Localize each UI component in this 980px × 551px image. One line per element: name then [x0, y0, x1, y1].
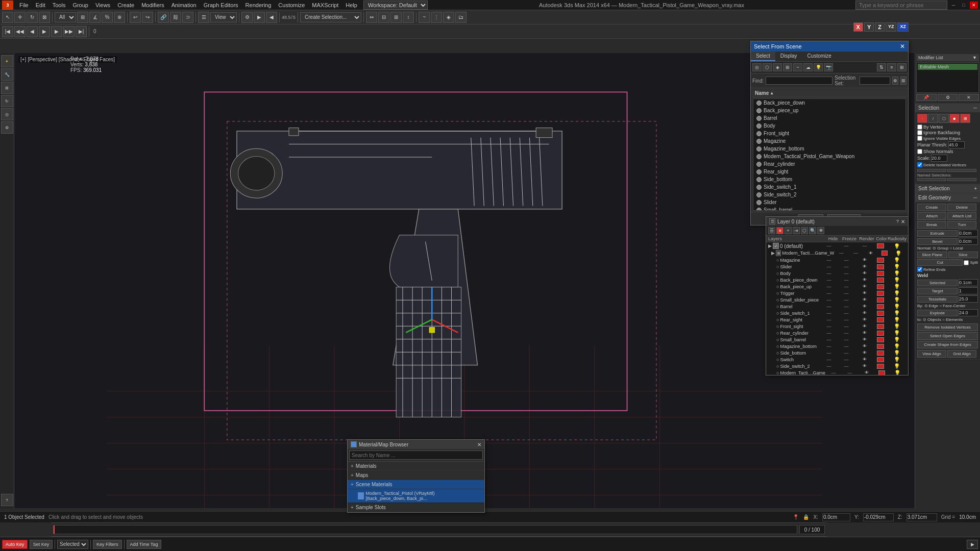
snap-btn[interactable]: ⊞	[77, 12, 88, 23]
set-key-btn[interactable]: Set Key	[30, 540, 53, 549]
menu-maxscript[interactable]: MAXScript	[309, 1, 341, 9]
render-setup-btn[interactable]: ⚙	[241, 12, 253, 23]
sidebar-create[interactable]: ✦	[1, 55, 13, 67]
subobj-edge[interactable]: /	[928, 114, 938, 123]
stack-pin-btn[interactable]: 📌	[916, 94, 937, 101]
x-coord-input[interactable]	[822, 513, 850, 521]
scene-icon8[interactable]: 📷	[824, 63, 833, 71]
ignore-visible-checkbox[interactable]	[917, 136, 922, 141]
list-item[interactable]: Body	[753, 122, 905, 130]
layer-item[interactable]: ○ Switch — — 👁 💡	[766, 356, 908, 363]
layer-item[interactable]: ○ Side_switch_1 — — 👁 💡	[766, 310, 908, 316]
scene-icon7[interactable]: 💡	[814, 63, 823, 71]
hierarchy-btn[interactable]: ⊞	[390, 12, 402, 23]
align-btn[interactable]: ⊟	[378, 12, 389, 23]
ignore-backfacing-checkbox[interactable]	[917, 130, 922, 135]
menu-tools[interactable]: Tools	[50, 1, 69, 9]
workspace-selector[interactable]: Workspace: Default	[363, 1, 428, 10]
show-normals-checkbox[interactable]	[917, 149, 922, 154]
list-item[interactable]: Side_switch_2	[753, 191, 905, 198]
weld-target-button[interactable]: Target	[917, 288, 958, 294]
mirror-btn[interactable]: ⇔	[366, 12, 377, 23]
angle-snap-btn[interactable]: ∡	[89, 12, 101, 23]
z-coord-input[interactable]	[906, 513, 937, 521]
find-input[interactable]	[766, 77, 832, 85]
scale-input[interactable]	[931, 155, 947, 162]
sidebar-modify[interactable]: 🔧	[1, 68, 13, 81]
layer-item[interactable]: ○ Back_piece_up — — 👁 💡	[766, 283, 908, 290]
bevel-value[interactable]	[959, 238, 978, 245]
auto-key-btn[interactable]: Auto Key	[2, 540, 28, 549]
layer-item[interactable]: ○ Body — — 👁 💡	[766, 270, 908, 277]
move-btn[interactable]: ✛	[14, 12, 26, 23]
explode-button[interactable]: Explode	[917, 310, 958, 316]
layer-item[interactable]: ○ Modern_Tacti....Game — — 👁 💡	[766, 369, 908, 375]
cut-button[interactable]: Cut	[917, 259, 963, 266]
scene-list-header[interactable]: Name ▲	[752, 89, 907, 97]
redo-btn[interactable]: ↪	[142, 12, 153, 23]
select-open-edges-button[interactable]: Select Open Edges	[917, 332, 978, 340]
modifier-stack[interactable]: Editable Mesh	[916, 62, 979, 93]
sidebar-hierarchy[interactable]: ⊞	[1, 82, 13, 94]
search-input[interactable]	[855, 1, 947, 10]
layer-item[interactable]: ○ Trigger — — 👁 💡	[766, 290, 908, 296]
scene-material-item[interactable]: Modern_Tactical_Pistol (VRayMtl) [Back_p…	[348, 489, 484, 503]
select-btn[interactable]: ↖	[2, 12, 13, 23]
layer-item[interactable]: ○ Magazine_bottom — — 👁 💡	[766, 343, 908, 349]
curve-editor-btn[interactable]: ~	[419, 12, 430, 23]
material-browser-close[interactable]: ✕	[477, 442, 481, 447]
attach-list-button[interactable]: Attach List	[947, 212, 976, 220]
unhide-all-button[interactable]	[947, 169, 976, 172]
layer-item[interactable]: ▶ ⊞ Modern_Tacti....Game_W — — 👁 💡	[766, 249, 908, 257]
close-button[interactable]: ✕	[970, 2, 978, 9]
selection-section-title[interactable]: Selection ─	[915, 104, 980, 112]
axis-y-btn[interactable]: Y	[864, 22, 874, 32]
menu-create[interactable]: Create	[114, 1, 137, 9]
menu-edit[interactable]: Edit	[33, 1, 48, 9]
subobj-border[interactable]: ⬡	[939, 114, 949, 123]
menu-animation[interactable]: Animation	[168, 1, 200, 9]
weld-target-value[interactable]	[959, 287, 978, 294]
planar-thresh-input[interactable]	[948, 141, 965, 148]
list-item[interactable]: Barrel	[753, 114, 905, 122]
layers-new-btn[interactable]: ☰	[768, 227, 775, 234]
layer-item[interactable]: ○ Front_sight — — 👁 💡	[766, 323, 908, 330]
layer-item[interactable]: ○ Side_bottom — — 👁 💡	[766, 349, 908, 356]
list-item[interactable]: Back_piece_up	[753, 107, 905, 114]
tessellate-value[interactable]	[959, 295, 978, 303]
undo-btn[interactable]: ↩	[130, 12, 141, 23]
scene-icon1[interactable]: ◎	[752, 63, 762, 71]
menu-graph-editors[interactable]: Graph Editors	[201, 1, 241, 9]
layer-color[interactable]	[877, 243, 884, 248]
bevel-button[interactable]: Bevel	[917, 238, 958, 245]
menu-views[interactable]: Views	[92, 1, 113, 9]
edit-geometry-title[interactable]: Edit Geometry ─	[915, 193, 980, 202]
view-align-button[interactable]: View Align	[917, 350, 946, 358]
render-preset[interactable]: View	[210, 12, 237, 22]
play-anim-btn[interactable]: ▶	[967, 540, 978, 549]
unlink-btn[interactable]: ⛓	[170, 12, 181, 23]
selection-set-input[interactable]	[860, 77, 890, 85]
sidebar-display[interactable]: ◎	[1, 108, 13, 120]
layers-find-btn[interactable]: 🔍	[809, 227, 816, 234]
layers-hide-btn[interactable]: 👁	[817, 227, 824, 234]
grid-align-button[interactable]: Grid Align	[947, 350, 976, 358]
layer-item[interactable]: ○ Rear_cylinder — — 👁 💡	[766, 330, 908, 336]
create-shape-from-edges-button[interactable]: Create Shape from Edges	[917, 341, 978, 348]
anim-next-frame[interactable]: ▶	[51, 26, 62, 37]
layer-expand[interactable]: ⊞	[776, 250, 781, 256]
selection-set-btn2[interactable]: ⊞	[900, 77, 906, 85]
scene-icon5[interactable]: ~	[793, 63, 802, 71]
layers-move-btn[interactable]: ⇥	[793, 227, 800, 234]
list-item[interactable]: Side_switch_1	[753, 183, 905, 191]
timeline-frame-input[interactable]	[799, 525, 825, 534]
explode-value[interactable]	[959, 309, 978, 316]
scene-options-btn[interactable]: ⊞	[897, 63, 906, 71]
layer-item[interactable]: ▶ ✓ 0 (default) — — — 💡	[766, 242, 908, 249]
scene-materials-section[interactable]: + Scene Materials	[348, 480, 484, 489]
add-time-tag-btn[interactable]: Add Time Tag	[127, 540, 162, 549]
turn-button[interactable]: Turn	[947, 221, 976, 229]
layer-item[interactable]: ○ Back_piece_down — — 👁 💡	[766, 277, 908, 283]
layer-item[interactable]: ○ Slider — — 👁 💡	[766, 263, 908, 270]
list-item[interactable]: Slider	[753, 198, 905, 206]
